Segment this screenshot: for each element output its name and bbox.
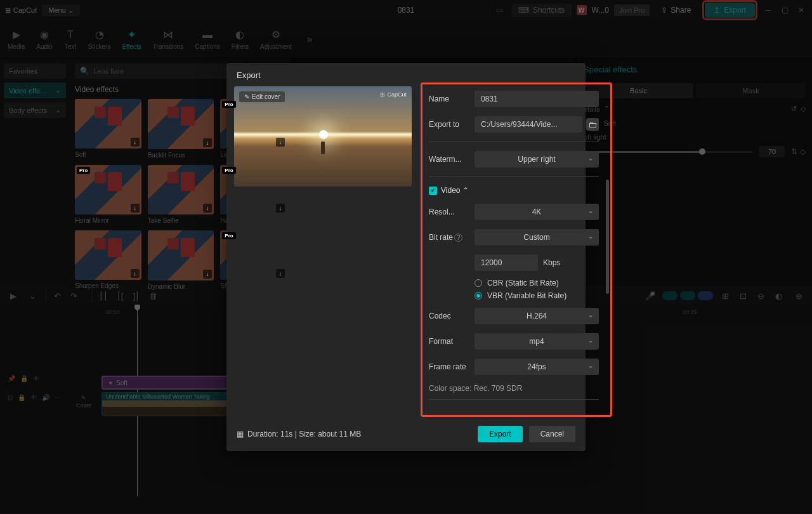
name-label: Name (429, 95, 468, 103)
resolution-label: Resol... (429, 208, 468, 216)
download-icon[interactable]: ↓ (131, 269, 140, 278)
edit-cover-button[interactable]: ✎Edit cover (239, 91, 285, 102)
bitrate-unit: Kbps (543, 258, 560, 267)
divider (429, 142, 599, 142)
divider (429, 399, 599, 400)
bitrate-input[interactable] (475, 254, 538, 271)
film-icon: ▦ (237, 430, 244, 438)
modal-backdrop: Export ✎Edit cover ⊞CapCut Name Export t… (0, 0, 812, 514)
download-icon[interactable]: ↓ (203, 270, 212, 279)
download-icon[interactable]: ↓ (131, 204, 140, 213)
bitrate-mode-select[interactable]: Custom (475, 229, 599, 246)
export-modal: Export ✎Edit cover ⊞CapCut Name Export t… (226, 63, 586, 451)
download-icon[interactable]: ↓ (276, 138, 285, 147)
cancel-button[interactable]: Cancel (529, 426, 575, 442)
fps-label: Frame rate (429, 362, 468, 371)
pro-badge: Pro (77, 167, 90, 174)
chevron-up-icon: ⌃ (462, 186, 469, 195)
format-label: Format (429, 337, 468, 346)
download-icon[interactable]: ↓ (203, 138, 212, 147)
duration-info: ▦Duration: 11s | Size: about 11 MB (237, 430, 361, 438)
download-icon[interactable]: ↓ (276, 204, 285, 213)
fps-select[interactable]: 24fps (475, 359, 599, 375)
info-icon[interactable]: ? (454, 234, 462, 242)
video-section-label[interactable]: Video⌃ (441, 186, 469, 195)
bitrate-label: Bit rate? (429, 233, 468, 242)
folder-icon[interactable]: 🗀 (586, 118, 599, 131)
watermark-logo: ⊞CapCut (380, 91, 407, 98)
pro-badge: Pro (222, 101, 235, 108)
cover-preview: ✎Edit cover ⊞CapCut (234, 86, 412, 187)
export-settings-highlight: Name Export to 🗀 Waterm... Upper right ✓… (421, 82, 612, 417)
pro-badge: Pro (222, 232, 235, 239)
resolution-select[interactable]: 4K (475, 204, 599, 220)
watermark-label: Waterm... (429, 155, 468, 164)
vbr-radio[interactable]: VBR (Variable Bit Rate) (475, 291, 599, 300)
color-space: Color space: Rec. 709 SDR (429, 384, 599, 393)
video-checkbox[interactable]: ✓ (429, 187, 437, 195)
codec-label: Codec (429, 312, 468, 320)
format-select[interactable]: mp4 (475, 333, 599, 350)
codec-select[interactable]: H.264 (475, 308, 599, 324)
download-icon[interactable]: ↓ (131, 138, 140, 147)
pro-badge: Pro (222, 167, 235, 174)
divider (429, 176, 599, 177)
name-input[interactable] (475, 91, 599, 107)
path-input[interactable] (475, 116, 582, 133)
watermark-select[interactable]: Upper right (475, 151, 599, 168)
download-icon[interactable]: ↓ (203, 204, 212, 213)
cbr-radio[interactable]: CBR (Static Bit Rate) (475, 279, 599, 287)
scrollbar[interactable] (606, 180, 609, 294)
pencil-icon: ✎ (244, 93, 249, 100)
path-label: Export to (429, 120, 468, 129)
download-icon[interactable]: ↓ (276, 269, 285, 278)
export-confirm-button[interactable]: Export (478, 426, 523, 442)
